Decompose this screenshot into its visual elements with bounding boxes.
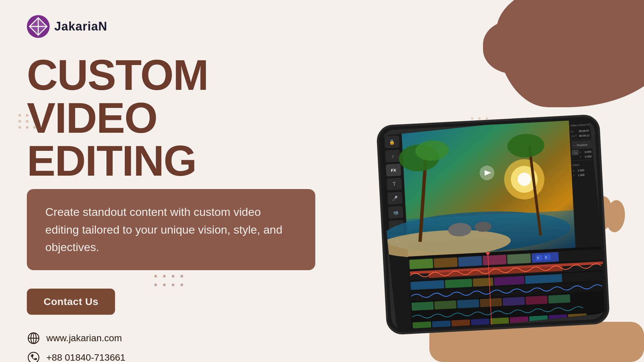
svg-text:T: T <box>537 256 539 260</box>
svg-text:FX: FX <box>391 168 396 173</box>
svg-text:0.000: 0.000 <box>585 155 592 158</box>
phone-mockup-area: 🔒 ♪ FX T 🎤 📹 ⋯ 📋 <box>342 87 644 362</box>
description-box: Create standout content with custom vide… <box>27 189 315 270</box>
svg-text:🎤: 🎤 <box>392 195 398 201</box>
contact-us-button[interactable]: Contact Us <box>27 289 115 315</box>
svg-rect-91 <box>536 255 543 260</box>
svg-text:1.000: 1.000 <box>578 169 585 172</box>
logo-icon <box>27 15 50 38</box>
svg-text:IN: IN <box>571 130 574 133</box>
svg-text:🔒: 🔒 <box>389 139 395 145</box>
svg-rect-115 <box>413 321 431 328</box>
svg-text:♪: ♪ <box>391 153 394 159</box>
svg-rect-119 <box>490 317 509 324</box>
svg-text:📹: 📹 <box>393 209 399 216</box>
svg-point-17 <box>478 338 508 356</box>
svg-rect-108 <box>457 299 479 308</box>
svg-rect-101 <box>473 278 493 287</box>
decorative-blob-small <box>483 20 550 74</box>
svg-rect-112 <box>548 294 570 303</box>
svg-point-9 <box>28 352 39 362</box>
contact-phone: +88 01840-713661 <box>27 351 315 362</box>
svg-text:0.000: 0.000 <box>585 150 592 154</box>
svg-rect-116 <box>432 320 451 327</box>
main-content: CUSTOM VIDEO EDITING Create standout con… <box>27 54 315 362</box>
contact-info: www.jakarian.com +88 01840-713661 info@j… <box>27 331 315 362</box>
svg-rect-86 <box>458 256 482 267</box>
svg-text:→: → <box>574 151 578 155</box>
svg-rect-102 <box>494 276 524 286</box>
header: JakariaN <box>27 15 107 38</box>
svg-rect-84 <box>409 259 433 269</box>
svg-rect-106 <box>412 302 434 311</box>
svg-text:00:00:12: 00:00:12 <box>579 134 590 138</box>
contact-website: www.jakarian.com <box>27 331 315 345</box>
svg-text:1.000: 1.000 <box>578 174 585 177</box>
svg-rect-118 <box>471 318 490 325</box>
svg-text:00:00:07: 00:00:07 <box>579 129 590 133</box>
svg-rect-111 <box>525 296 547 305</box>
description-text: Create standout content with custom vide… <box>45 203 297 256</box>
svg-text:Zoom: Zoom <box>573 163 580 167</box>
phone-icon <box>27 351 40 362</box>
svg-rect-117 <box>451 319 470 326</box>
website-text: www.jakarian.com <box>46 333 122 344</box>
svg-rect-85 <box>434 257 458 268</box>
brand-name: JakariaN <box>54 19 107 34</box>
svg-rect-107 <box>434 300 457 309</box>
svg-rect-100 <box>445 279 472 288</box>
phone-text: +88 01840-713661 <box>46 352 125 362</box>
svg-text:T: T <box>545 256 547 259</box>
svg-text:OUT: OUT <box>571 135 577 138</box>
phone-editor-illustration: 🔒 ♪ FX T 🎤 📹 ⋯ 📋 <box>342 87 644 362</box>
globe-icon <box>27 331 40 345</box>
svg-rect-93 <box>544 254 551 260</box>
svg-rect-88 <box>507 253 531 264</box>
svg-text:T: T <box>392 181 396 187</box>
svg-rect-110 <box>502 297 525 306</box>
main-title: CUSTOM VIDEO EDITING <box>27 54 315 182</box>
svg-rect-87 <box>483 255 506 265</box>
